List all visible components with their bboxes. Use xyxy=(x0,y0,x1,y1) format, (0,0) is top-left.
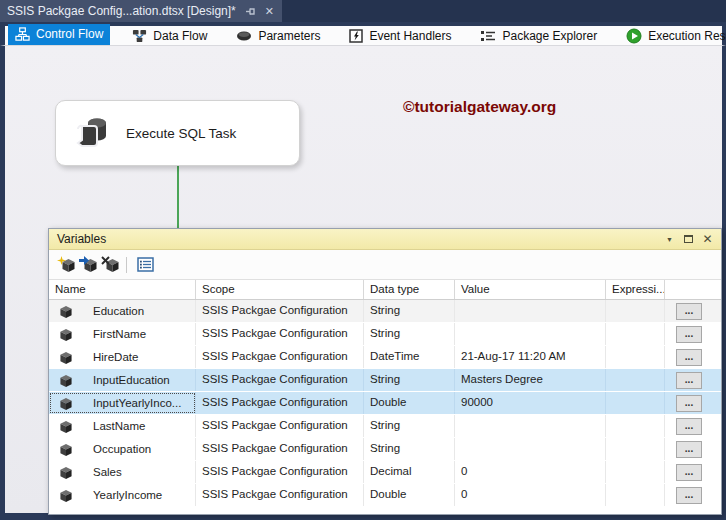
expression-ellipsis-button[interactable]: ... xyxy=(676,372,702,389)
tab-package-explorer[interactable]: Package Explorer xyxy=(473,26,604,46)
column-header-value[interactable]: Value xyxy=(455,280,606,299)
variable-scope-cell[interactable]: SSIS Packgae Configuration xyxy=(196,438,364,460)
tab-label: Parameters xyxy=(258,29,320,43)
variable-row[interactable]: Education SSIS Packgae Configuration Str… xyxy=(49,300,721,323)
variable-expression-cell[interactable] xyxy=(606,369,665,391)
variable-icon xyxy=(59,374,73,387)
variable-expression-cell[interactable] xyxy=(606,415,665,437)
expression-ellipsis-button[interactable]: ... xyxy=(676,326,702,343)
close-icon[interactable]: ✕ xyxy=(700,232,715,247)
variable-name-cell[interactable]: InputYearlyInco... xyxy=(49,392,196,414)
variable-row[interactable]: FirstName SSIS Packgae Configuration Str… xyxy=(49,323,721,346)
variable-datatype-cell[interactable]: String xyxy=(364,438,455,460)
column-header-expression[interactable]: Expressi... xyxy=(606,280,665,299)
variable-datatype-cell[interactable]: Decimal xyxy=(364,461,455,483)
variable-expression-cell[interactable] xyxy=(606,438,665,460)
maximize-icon[interactable] xyxy=(681,232,696,247)
variable-row[interactable]: Occupation SSIS Packgae Configuration St… xyxy=(49,438,721,461)
variable-value-cell[interactable]: 21-Aug-17 11:20 AM xyxy=(455,346,606,368)
delete-x-icon xyxy=(101,254,110,268)
variable-value-cell[interactable] xyxy=(455,415,606,437)
variable-row[interactable]: YearlyIncome SSIS Packgae Configuration … xyxy=(49,484,721,507)
variable-scope-cell[interactable]: SSIS Packgae Configuration xyxy=(196,300,364,322)
variable-datatype-cell[interactable]: String xyxy=(364,415,455,437)
variable-name: InputEducation xyxy=(93,374,170,386)
tab-parameters[interactable]: Parameters xyxy=(229,26,327,46)
variable-datatype-cell[interactable]: String xyxy=(364,323,455,345)
variable-scope-cell[interactable]: SSIS Packgae Configuration xyxy=(196,369,364,391)
pin-icon[interactable] xyxy=(245,6,256,17)
variable-row[interactable]: HireDate SSIS Packgae Configuration Date… xyxy=(49,346,721,369)
tab-data-flow[interactable]: Data Flow xyxy=(125,26,214,46)
variable-datatype-cell[interactable]: Double xyxy=(364,392,455,414)
variable-row[interactable]: InputEducation SSIS Packgae Configuratio… xyxy=(49,369,721,392)
variable-scope-cell[interactable]: SSIS Packgae Configuration xyxy=(196,415,364,437)
variable-name-cell[interactable]: Occupation xyxy=(49,438,196,460)
variable-value-cell[interactable]: Masters Degree xyxy=(455,369,606,391)
variable-name-cell[interactable]: HireDate xyxy=(49,346,196,368)
variable-datatype-cell[interactable]: String xyxy=(364,300,455,322)
expression-ellipsis-button[interactable]: ... xyxy=(676,464,702,481)
variables-toolbar xyxy=(49,250,721,279)
variable-scope-cell[interactable]: SSIS Packgae Configuration xyxy=(196,346,364,368)
variable-value-cell[interactable] xyxy=(455,323,606,345)
variable-value-cell[interactable] xyxy=(455,300,606,322)
variable-expression-cell[interactable] xyxy=(606,300,665,322)
variable-name-cell[interactable]: LastName xyxy=(49,415,196,437)
tab-event-handlers[interactable]: Event Handlers xyxy=(342,26,458,46)
designer-tab-bar: Control Flow Data Flow Parameters Event … xyxy=(0,22,726,46)
delete-variable-button[interactable] xyxy=(101,254,123,276)
data-flow-icon xyxy=(132,28,147,43)
variable-name-cell[interactable]: InputEducation xyxy=(49,369,196,391)
expression-ellipsis-button[interactable]: ... xyxy=(676,487,702,504)
variable-datatype-cell[interactable]: DateTime xyxy=(364,346,455,368)
toolbar-separator xyxy=(126,257,127,273)
expression-ellipsis-button[interactable]: ... xyxy=(676,441,702,458)
variable-icon xyxy=(59,443,73,456)
expression-ellipsis-button[interactable]: ... xyxy=(676,395,702,412)
variable-value-cell[interactable]: 90000 xyxy=(455,392,606,414)
variable-scope-cell[interactable]: SSIS Packgae Configuration xyxy=(196,484,364,506)
control-flow-icon xyxy=(15,27,30,42)
tab-control-flow[interactable]: Control Flow xyxy=(8,24,110,45)
variable-name-cell[interactable]: FirstName xyxy=(49,323,196,345)
expression-ellipsis-button[interactable]: ... xyxy=(676,418,702,435)
variable-expression-cell[interactable] xyxy=(606,392,665,414)
variable-value-cell[interactable]: 0 xyxy=(455,461,606,483)
expression-ellipsis-button[interactable]: ... xyxy=(676,303,702,320)
variable-datatype-cell[interactable]: Double xyxy=(364,484,455,506)
variable-row[interactable]: InputYearlyInco... SSIS Packgae Configur… xyxy=(49,392,721,415)
variable-value-cell[interactable] xyxy=(455,438,606,460)
ide-window: SSIS Packgae Config...ation.dtsx [Design… xyxy=(0,0,726,520)
variable-expression-cell[interactable] xyxy=(606,346,665,368)
variable-name-cell[interactable]: YearlyIncome xyxy=(49,484,196,506)
window-position-icon[interactable]: ▼ xyxy=(662,232,677,247)
execute-sql-task[interactable]: Execute SQL Task xyxy=(55,100,300,166)
tab-close-icon[interactable]: ✕ xyxy=(265,6,274,17)
variable-scope-cell[interactable]: SSIS Packgae Configuration xyxy=(196,461,364,483)
grid-options-button[interactable] xyxy=(134,254,156,276)
variable-name-cell[interactable]: Education xyxy=(49,300,196,322)
add-variable-button[interactable] xyxy=(57,254,79,276)
variable-scope-cell[interactable]: SSIS Packgae Configuration xyxy=(196,323,364,345)
design-surface[interactable]: Execute SQL Task ©tutorialgateway.org Va… xyxy=(5,46,722,513)
column-header-scope[interactable]: Scope xyxy=(196,280,364,299)
move-variable-button[interactable] xyxy=(79,254,101,276)
variable-button-cell: ... xyxy=(665,300,713,322)
variable-expression-cell[interactable] xyxy=(606,461,665,483)
variable-value-cell[interactable]: 0 xyxy=(455,484,606,506)
variable-row[interactable]: Sales SSIS Packgae Configuration Decimal… xyxy=(49,461,721,484)
variable-datatype-cell[interactable]: String xyxy=(364,369,455,391)
expression-ellipsis-button[interactable]: ... xyxy=(676,349,702,366)
document-tab[interactable]: SSIS Packgae Config...ation.dtsx [Design… xyxy=(0,0,282,22)
tab-execution-results[interactable]: Execution Results xyxy=(619,26,726,46)
variable-scope-cell[interactable]: SSIS Packgae Configuration xyxy=(196,392,364,414)
variable-row[interactable]: LastName SSIS Packgae Configuration Stri… xyxy=(49,415,721,438)
variable-name: LastName xyxy=(93,420,145,432)
variables-titlebar[interactable]: Variables ▼ ✕ xyxy=(49,229,721,250)
variable-expression-cell[interactable] xyxy=(606,484,665,506)
variable-expression-cell[interactable] xyxy=(606,323,665,345)
column-header-data-type[interactable]: Data type xyxy=(364,280,455,299)
variable-name-cell[interactable]: Sales xyxy=(49,461,196,483)
column-header-name[interactable]: Name xyxy=(49,280,196,299)
